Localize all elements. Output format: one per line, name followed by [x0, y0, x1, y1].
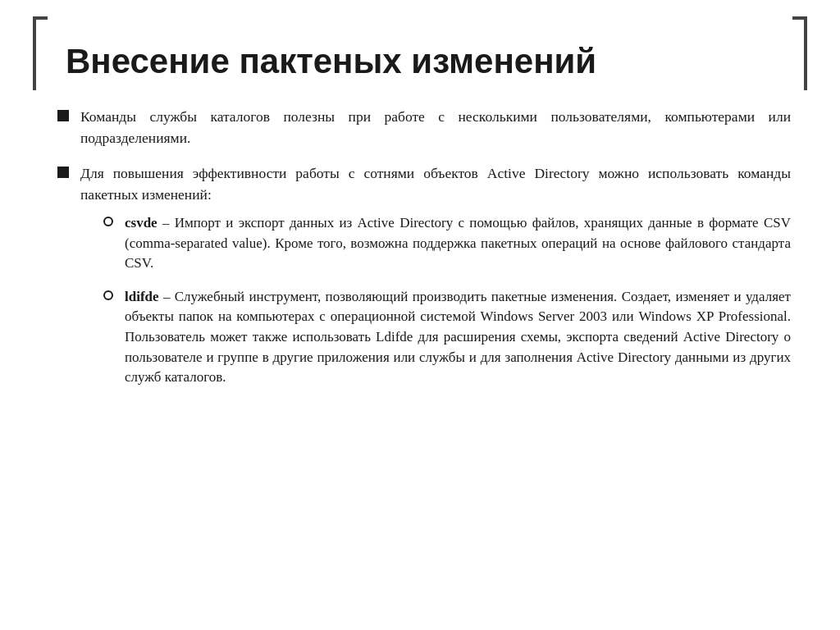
sub-item-text: ldifde – Служебный инструмент, позволяющ…	[125, 287, 791, 388]
list-item: ldifde – Служебный инструмент, позволяющ…	[103, 287, 791, 388]
list-item: csvde – Импорт и экспорт данных из Activ…	[103, 213, 791, 274]
bullet-circle-icon	[103, 290, 113, 300]
bullet-text: Для повышения эффективности работы с сот…	[80, 163, 791, 401]
title-area: Внесение пактеных изменений	[49, 41, 791, 82]
slide-title: Внесение пактеных изменений	[66, 41, 791, 82]
sub-bullet-list: csvde – Импорт и экспорт данных из Activ…	[103, 213, 791, 388]
sub-item-text: csvde – Импорт и экспорт данных из Activ…	[125, 213, 791, 274]
term-label: csvde	[125, 215, 158, 231]
bracket-top-right-decoration	[792, 16, 807, 90]
content-area: Команды службы каталогов полезны при раб…	[49, 107, 791, 401]
main-bullet-list: Команды службы каталогов полезны при раб…	[57, 107, 791, 401]
bullet-square-icon	[57, 110, 69, 121]
slide-container: Внесение пактеных изменений Команды служ…	[0, 0, 840, 630]
list-item: Команды службы каталогов полезны при раб…	[57, 107, 791, 148]
term-label: ldifde	[125, 289, 159, 304]
bullet-square-icon	[57, 167, 69, 178]
bracket-top-left-decoration	[33, 16, 48, 90]
bullet-circle-icon	[103, 217, 113, 226]
list-item: Для повышения эффективности работы с сот…	[57, 163, 791, 401]
bullet-text: Команды службы каталогов полезны при раб…	[80, 107, 791, 148]
